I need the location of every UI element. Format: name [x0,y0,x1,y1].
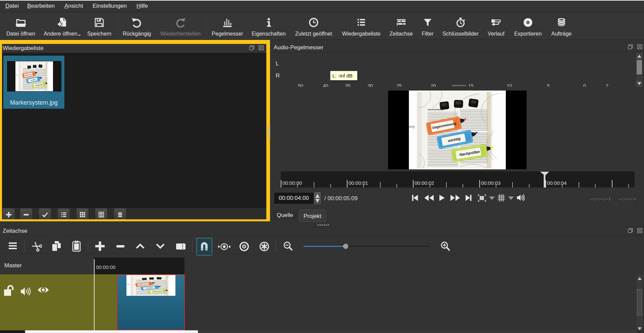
svg-text:00:00:00: 00:00:00 [282,180,302,186]
svg-text:00:00:02: 00:00:02 [415,180,434,186]
svg-text:00:00:01: 00:00:01 [348,180,368,186]
svg-text:00:00:04: 00:00:04 [547,180,567,186]
svg-text:00:00:03: 00:00:03 [481,180,500,186]
